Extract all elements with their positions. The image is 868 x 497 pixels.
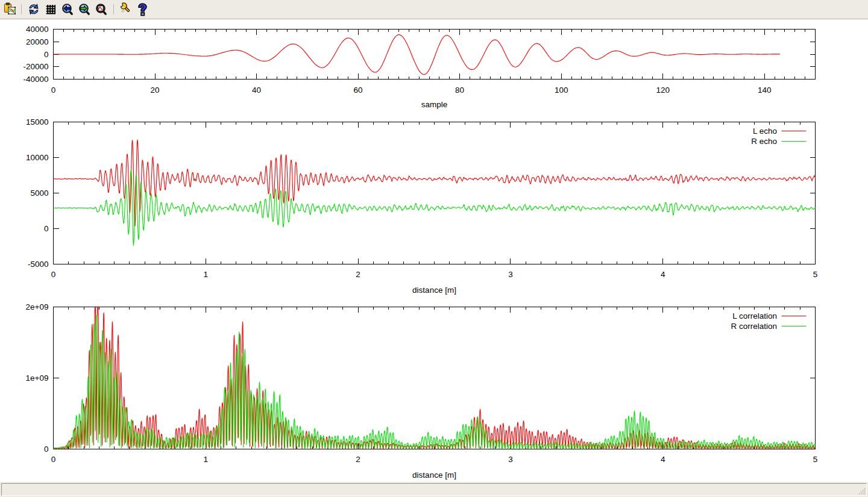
svg-text:4: 4 [661,270,665,279]
svg-text:-40000: -40000 [23,75,48,84]
svg-text:1: 1 [204,270,209,279]
svg-text:60: 60 [354,86,363,95]
svg-text:120: 120 [656,86,670,95]
svg-text:40000: 40000 [26,25,49,34]
svg-text:40: 40 [252,86,261,95]
svg-text:80: 80 [455,86,464,95]
svg-text:distance [m]: distance [m] [412,470,456,480]
svg-text:2: 2 [356,455,360,464]
svg-text:1e+09: 1e+09 [26,374,49,383]
svg-text:0: 0 [51,455,56,464]
svg-text:0: 0 [44,224,49,233]
svg-text:distance [m]: distance [m] [412,286,456,295]
svg-text:-5000: -5000 [28,260,49,269]
svg-text:140: 140 [758,86,772,95]
svg-text:0: 0 [51,86,56,95]
svg-text:0: 0 [44,50,49,59]
svg-text:R correlation: R correlation [731,322,777,331]
svg-text:0: 0 [51,270,56,279]
svg-text:15000: 15000 [26,117,49,127]
svg-text:5: 5 [813,270,818,279]
svg-text:100: 100 [555,86,568,95]
svg-text:L echo: L echo [753,127,777,136]
svg-text:2: 2 [356,270,360,279]
svg-text:1: 1 [204,455,209,464]
svg-text:2e+09: 2e+09 [26,302,49,311]
svg-text:3: 3 [508,455,513,464]
svg-text:5: 5 [813,455,818,464]
svg-text:3: 3 [508,270,513,279]
svg-text:sample: sample [421,100,448,109]
svg-text:0: 0 [44,445,49,454]
svg-text:R echo: R echo [751,137,777,146]
svg-text:20: 20 [150,86,159,95]
svg-text:L correlation: L correlation [732,311,777,320]
svg-text:10000: 10000 [26,153,49,162]
svg-text:20000: 20000 [26,37,49,46]
svg-text:5000: 5000 [30,189,48,198]
svg-text:4: 4 [661,455,665,464]
svg-text:-20000: -20000 [23,62,48,71]
